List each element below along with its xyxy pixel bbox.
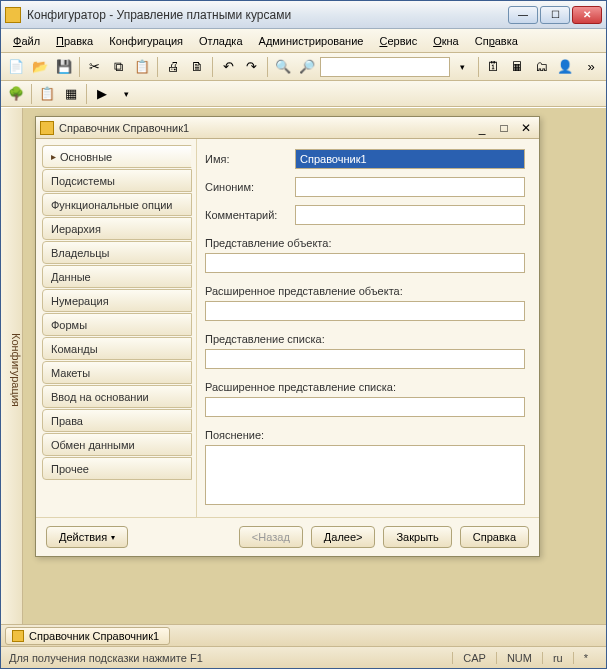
menu-file[interactable]: Файл xyxy=(7,32,46,50)
calendar-icon[interactable]: 🗓 xyxy=(483,56,505,78)
catalog-editor-window: Справочник Справочник1 _ □ ✕ Основные По… xyxy=(35,116,540,557)
tab-numbering[interactable]: Нумерация xyxy=(42,289,192,312)
back-button[interactable]: <Назад xyxy=(239,526,303,548)
maximize-button[interactable]: ☐ xyxy=(540,6,570,24)
status-cap: CAP xyxy=(452,652,496,664)
ext-list-repr-input[interactable] xyxy=(205,397,525,417)
copy-stack-icon[interactable]: 🗂 xyxy=(530,56,552,78)
inner-maximize-button[interactable]: □ xyxy=(495,121,513,135)
app-icon xyxy=(5,7,21,23)
play-icon[interactable]: ▶ xyxy=(91,83,113,105)
inner-minimize-button[interactable]: _ xyxy=(473,121,491,135)
toolbar-separator xyxy=(478,57,479,77)
name-input[interactable] xyxy=(295,149,525,169)
mdi-taskbar: Справочник Справочник1 xyxy=(1,624,606,646)
explanation-label: Пояснение: xyxy=(205,429,525,441)
chevron-down-icon: ▾ xyxy=(111,533,115,542)
chevrons-icon[interactable]: » xyxy=(580,56,602,78)
inner-footer: Действия▾ <Назад Далее> Закрыть Справка xyxy=(36,517,539,556)
menubar: Файл Правка Конфигурация Отладка Админис… xyxy=(1,29,606,53)
close-button[interactable]: Закрыть xyxy=(383,526,451,548)
tab-data-exchange[interactable]: Обмен данными xyxy=(42,433,192,456)
grid-icon[interactable]: ▦ xyxy=(60,83,82,105)
secondary-toolbar: 🌳 📋 ▦ ▶ ▾ xyxy=(1,81,606,107)
menu-help[interactable]: Справка xyxy=(469,32,524,50)
config-tree-icon[interactable]: 🌳 xyxy=(5,83,27,105)
toolbar-separator xyxy=(79,57,80,77)
tab-owners[interactable]: Владельцы xyxy=(42,241,192,264)
zoom-icon[interactable]: 🔎 xyxy=(296,56,318,78)
calc-icon[interactable]: 🖩 xyxy=(506,56,528,78)
object-repr-label: Представление объекта: xyxy=(205,237,525,249)
list-icon[interactable]: 📋 xyxy=(36,83,58,105)
window-buttons: — ☐ ✕ xyxy=(508,6,602,24)
tab-main[interactable]: Основные xyxy=(42,145,192,168)
synonym-label: Синоним: xyxy=(205,181,295,193)
comment-input[interactable] xyxy=(295,205,525,225)
synonym-input[interactable] xyxy=(295,177,525,197)
inner-titlebar: Справочник Справочник1 _ □ ✕ xyxy=(36,117,539,139)
save-icon[interactable]: 💾 xyxy=(53,56,75,78)
tab-forms[interactable]: Формы xyxy=(42,313,192,336)
inner-body: Основные Подсистемы Функциональные опции… xyxy=(36,139,539,517)
statusbar: Для получения подсказки нажмите F1 CAP N… xyxy=(1,646,606,668)
menu-debug[interactable]: Отладка xyxy=(193,32,248,50)
find-folder-icon[interactable]: 🔍 xyxy=(272,56,294,78)
toolbar-separator xyxy=(267,57,268,77)
copy-icon[interactable]: ⧉ xyxy=(108,56,130,78)
titlebar: Конфигуратор - Управление платными курса… xyxy=(1,1,606,29)
status-modified: * xyxy=(573,652,598,664)
open-icon[interactable]: 📂 xyxy=(29,56,51,78)
object-repr-input[interactable] xyxy=(205,253,525,273)
explanation-textarea[interactable] xyxy=(205,445,525,505)
cut-icon[interactable]: ✂ xyxy=(84,56,106,78)
help-button[interactable]: Справка xyxy=(460,526,529,548)
name-label: Имя: xyxy=(205,153,295,165)
status-num: NUM xyxy=(496,652,542,664)
menu-service[interactable]: Сервис xyxy=(373,32,423,50)
tab-rights[interactable]: Права xyxy=(42,409,192,432)
list-repr-label: Представление списка: xyxy=(205,333,525,345)
search-input[interactable] xyxy=(320,57,450,77)
menu-config[interactable]: Конфигурация xyxy=(103,32,189,50)
redo-icon[interactable]: ↷ xyxy=(241,56,263,78)
actions-button[interactable]: Действия▾ xyxy=(46,526,128,548)
undo-icon[interactable]: ↶ xyxy=(217,56,239,78)
preview-icon[interactable]: 🗎 xyxy=(186,56,208,78)
mdi-area: Справочник Справочник1 _ □ ✕ Основные По… xyxy=(23,108,606,624)
tab-commands[interactable]: Команды xyxy=(42,337,192,360)
search-dropdown-icon[interactable]: ▾ xyxy=(452,56,474,78)
tab-data[interactable]: Данные xyxy=(42,265,192,288)
ext-list-repr-label: Расширенное представление списка: xyxy=(205,381,525,393)
list-repr-input[interactable] xyxy=(205,349,525,369)
form-area: Имя: Синоним: Комментарий: Предста xyxy=(196,139,539,517)
play-dropdown-icon[interactable]: ▾ xyxy=(115,83,137,105)
print-icon[interactable]: 🖨 xyxy=(162,56,184,78)
close-button[interactable]: ✕ xyxy=(572,6,602,24)
tab-subsystems[interactable]: Подсистемы xyxy=(42,169,192,192)
tab-hierarchy[interactable]: Иерархия xyxy=(42,217,192,240)
inner-close-button[interactable]: ✕ xyxy=(517,121,535,135)
minimize-button[interactable]: — xyxy=(508,6,538,24)
new-icon[interactable]: 📄 xyxy=(5,56,27,78)
main-window: Конфигуратор - Управление платными курса… xyxy=(0,0,607,669)
tab-input-on-basis[interactable]: Ввод на основании xyxy=(42,385,192,408)
next-button[interactable]: Далее> xyxy=(311,526,376,548)
taskbar-tab[interactable]: Справочник Справочник1 xyxy=(5,627,170,645)
catalog-icon xyxy=(40,121,54,135)
toolbar-separator xyxy=(86,84,87,104)
ext-object-repr-input[interactable] xyxy=(205,301,525,321)
tab-other[interactable]: Прочее xyxy=(42,457,192,480)
ext-object-repr-label: Расширенное представление объекта: xyxy=(205,285,525,297)
paste-icon[interactable]: 📋 xyxy=(131,56,153,78)
toolbar-separator xyxy=(31,84,32,104)
menu-admin[interactable]: Администрирование xyxy=(253,32,370,50)
menu-edit[interactable]: Правка xyxy=(50,32,99,50)
tab-functional-options[interactable]: Функциональные опции xyxy=(42,193,192,216)
workspace: Конфигурация Справочник Справочник1 _ □ … xyxy=(1,107,606,624)
catalog-icon xyxy=(12,630,24,642)
menu-windows[interactable]: Окна xyxy=(427,32,465,50)
tab-templates[interactable]: Макеты xyxy=(42,361,192,384)
side-tab-config[interactable]: Конфигурация xyxy=(1,108,23,624)
user-icon[interactable]: 👤 xyxy=(554,56,576,78)
